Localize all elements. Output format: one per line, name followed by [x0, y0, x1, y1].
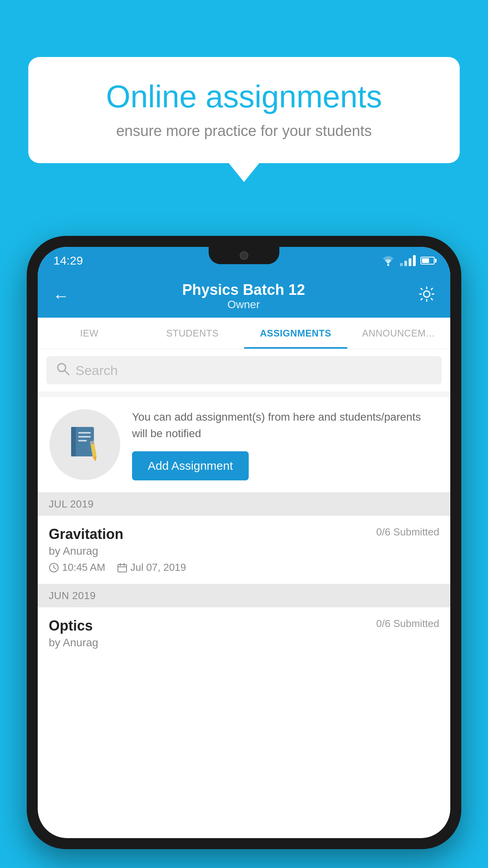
signal-icon: [400, 255, 416, 266]
settings-icon[interactable]: [418, 285, 435, 307]
phone-notch: [209, 247, 279, 264]
header-title: Physics Batch 12: [182, 281, 305, 298]
promo-icon-circle: [50, 409, 120, 480]
assignment-by: by Anurag: [49, 545, 439, 557]
tab-iew[interactable]: IEW: [38, 318, 141, 349]
wifi-icon: [381, 255, 395, 266]
svg-line-3: [65, 371, 69, 375]
search-bar[interactable]: Search: [46, 356, 442, 384]
svg-point-1: [424, 291, 430, 297]
svg-rect-6: [78, 432, 91, 434]
month-header-jul: JUL 2019: [38, 493, 450, 516]
notebook-icon: [67, 425, 103, 464]
assignment-item-gravitation[interactable]: Gravitation 0/6 Submitted by Anurag: [38, 516, 450, 584]
speech-bubble: Online assignments ensure more practice …: [28, 57, 460, 163]
assignment-item-optics[interactable]: Optics 0/6 Submitted by Anurag: [38, 607, 450, 663]
svg-rect-15: [118, 565, 127, 572]
assignment-time: 10:45 AM: [49, 561, 105, 574]
content-area: Search: [38, 349, 450, 663]
header-title-block: Physics Batch 12 Owner: [182, 281, 305, 311]
svg-point-0: [387, 264, 389, 266]
month-header-jun: JUN 2019: [38, 584, 450, 607]
svg-rect-5: [71, 427, 76, 456]
status-time: 14:29: [53, 254, 83, 267]
search-icon: [56, 362, 70, 379]
tab-bar: IEW STUDENTS ASSIGNMENTS ANNOUNCЕМ…: [38, 318, 450, 349]
promo-block: You can add assignment(s) from here and …: [38, 397, 450, 493]
svg-line-14: [54, 568, 56, 569]
assignment-submitted-optics: 0/6 Submitted: [376, 618, 439, 630]
search-placeholder: Search: [75, 363, 118, 378]
assignment-submitted: 0/6 Submitted: [376, 526, 439, 538]
assignment-date: Jul 07, 2019: [117, 561, 186, 574]
clock-icon: [49, 563, 59, 573]
promo-text-area: You can add assignment(s) from here and …: [132, 409, 438, 480]
phone-camera: [240, 251, 248, 260]
svg-rect-11: [90, 441, 94, 445]
svg-rect-8: [78, 440, 87, 441]
promo-description: You can add assignment(s) from here and …: [132, 409, 438, 442]
tab-students[interactable]: STUDENTS: [141, 318, 244, 349]
assignment-by-optics: by Anurag: [49, 636, 439, 649]
tab-assignments[interactable]: ASSIGNMENTS: [244, 318, 347, 349]
svg-marker-10: [93, 456, 97, 462]
add-assignment-button[interactable]: Add Assignment: [132, 451, 249, 480]
speech-bubble-title: Online assignments: [52, 79, 436, 115]
search-bar-container: Search: [38, 349, 450, 392]
assignment-name: Gravitation: [49, 526, 123, 542]
back-button[interactable]: ←: [53, 287, 69, 305]
assignment-name-optics: Optics: [49, 618, 93, 634]
battery-icon: [420, 257, 435, 265]
speech-bubble-subtitle: ensure more practice for your students: [52, 123, 436, 140]
app-header: ← Physics Batch 12 Owner: [38, 274, 450, 318]
status-icons: [381, 255, 435, 266]
phone-mockup: 14:29: [27, 236, 461, 849]
assignment-meta: 10:45 AM Jul 07, 2019: [49, 561, 439, 574]
phone-screen: 14:29: [38, 247, 450, 838]
calendar-icon: [117, 563, 127, 573]
svg-rect-7: [78, 436, 91, 438]
tab-announcements[interactable]: ANNOUNCЕМ…: [347, 318, 451, 349]
header-subtitle: Owner: [182, 298, 305, 311]
